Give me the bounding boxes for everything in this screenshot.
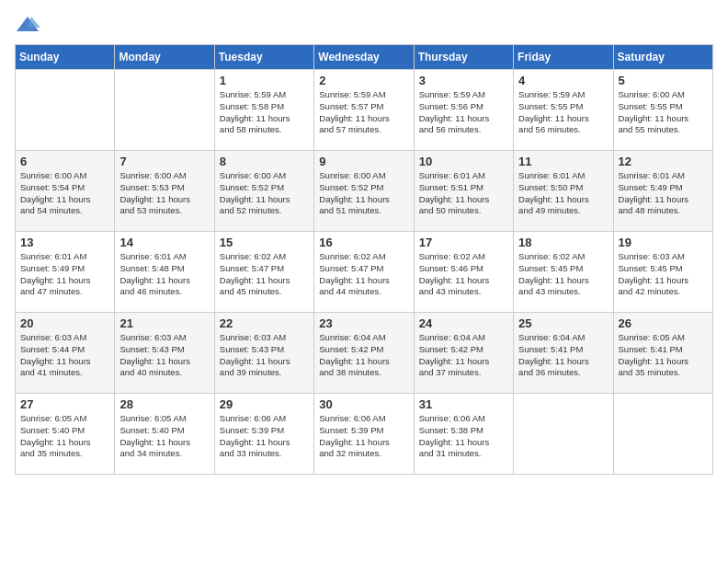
calendar-cell: 20Sunrise: 6:03 AMSunset: 5:44 PMDayligh… [16,313,115,394]
day-info: Sunrise: 6:04 AMSunset: 5:42 PMDaylight:… [419,332,508,379]
day-info: Sunrise: 6:01 AMSunset: 5:49 PMDaylight:… [20,251,109,298]
calendar-week-5: 27Sunrise: 6:05 AMSunset: 5:40 PMDayligh… [16,394,713,475]
day-number: 27 [20,397,109,411]
day-number: 20 [20,316,109,330]
calendar-cell: 5Sunrise: 6:00 AMSunset: 5:55 PMDaylight… [613,70,712,151]
day-number: 8 [220,155,309,168]
calendar-cell: 13Sunrise: 6:01 AMSunset: 5:49 PMDayligh… [16,232,115,313]
calendar-cell: 23Sunrise: 6:04 AMSunset: 5:42 PMDayligh… [314,313,414,394]
logo-icon [15,15,40,35]
day-info: Sunrise: 6:05 AMSunset: 5:40 PMDaylight:… [119,413,209,460]
day-number: 2 [319,74,408,87]
day-number: 22 [220,316,309,330]
day-info: Sunrise: 6:03 AMSunset: 5:43 PMDaylight:… [220,332,309,379]
calendar-cell: 11Sunrise: 6:01 AMSunset: 5:50 PMDayligh… [514,151,613,232]
day-number: 21 [119,316,209,330]
day-number: 29 [220,397,309,411]
day-number: 19 [619,236,708,249]
day-number: 12 [619,155,708,168]
day-info: Sunrise: 6:05 AMSunset: 5:40 PMDaylight:… [20,413,109,460]
day-info: Sunrise: 6:03 AMSunset: 5:45 PMDaylight:… [619,251,708,298]
day-number: 11 [518,155,608,168]
calendar-week-3: 13Sunrise: 6:01 AMSunset: 5:49 PMDayligh… [16,232,713,313]
day-number: 6 [20,155,109,168]
day-info: Sunrise: 5:59 AMSunset: 5:56 PMDaylight:… [419,89,508,136]
calendar-cell: 3Sunrise: 5:59 AMSunset: 5:56 PMDaylight… [414,70,513,151]
day-info: Sunrise: 6:00 AMSunset: 5:53 PMDaylight:… [119,170,209,217]
calendar-cell [514,394,613,475]
calendar-cell: 18Sunrise: 6:02 AMSunset: 5:45 PMDayligh… [514,232,613,313]
calendar-cell: 16Sunrise: 6:02 AMSunset: 5:47 PMDayligh… [314,232,414,313]
day-number: 4 [518,74,608,87]
svg-marker-1 [28,17,40,28]
calendar-cell: 22Sunrise: 6:03 AMSunset: 5:43 PMDayligh… [214,313,313,394]
day-header-thursday: Thursday [414,45,513,70]
calendar-cell: 10Sunrise: 6:01 AMSunset: 5:51 PMDayligh… [414,151,513,232]
calendar-table: SundayMondayTuesdayWednesdayThursdayFrid… [15,44,713,475]
day-info: Sunrise: 6:06 AMSunset: 5:39 PMDaylight:… [319,413,408,460]
day-info: Sunrise: 6:03 AMSunset: 5:44 PMDaylight:… [20,332,109,379]
day-number: 17 [419,236,508,249]
day-info: Sunrise: 5:59 AMSunset: 5:58 PMDaylight:… [220,89,309,136]
day-info: Sunrise: 6:04 AMSunset: 5:42 PMDaylight:… [319,332,408,379]
day-number: 28 [119,397,209,411]
calendar-cell: 1Sunrise: 5:59 AMSunset: 5:58 PMDaylight… [214,70,313,151]
day-number: 3 [419,74,508,87]
day-info: Sunrise: 5:59 AMSunset: 5:55 PMDaylight:… [518,89,608,136]
calendar-cell: 14Sunrise: 6:01 AMSunset: 5:48 PMDayligh… [115,232,214,313]
day-info: Sunrise: 6:01 AMSunset: 5:51 PMDaylight:… [419,170,508,217]
calendar-cell [115,70,214,151]
day-info: Sunrise: 6:00 AMSunset: 5:55 PMDaylight:… [619,89,708,136]
day-info: Sunrise: 6:03 AMSunset: 5:43 PMDaylight:… [119,332,209,379]
day-info: Sunrise: 6:02 AMSunset: 5:47 PMDaylight:… [220,251,309,298]
calendar-cell: 30Sunrise: 6:06 AMSunset: 5:39 PMDayligh… [314,394,414,475]
calendar-header: SundayMondayTuesdayWednesdayThursdayFrid… [16,45,713,70]
day-number: 10 [419,155,508,168]
day-header-sunday: Sunday [16,45,115,70]
day-info: Sunrise: 5:59 AMSunset: 5:57 PMDaylight:… [319,89,408,136]
calendar-cell: 17Sunrise: 6:02 AMSunset: 5:46 PMDayligh… [414,232,513,313]
calendar-cell [613,394,712,475]
calendar-week-2: 6Sunrise: 6:00 AMSunset: 5:54 PMDaylight… [16,151,713,232]
calendar-week-4: 20Sunrise: 6:03 AMSunset: 5:44 PMDayligh… [16,313,713,394]
day-header-monday: Monday [115,45,214,70]
day-number: 23 [319,316,408,330]
day-header-wednesday: Wednesday [314,45,414,70]
page-header [15,15,713,35]
calendar-cell: 15Sunrise: 6:02 AMSunset: 5:47 PMDayligh… [214,232,313,313]
day-header-tuesday: Tuesday [214,45,313,70]
calendar-week-1: 1Sunrise: 5:59 AMSunset: 5:58 PMDaylight… [16,70,713,151]
day-number: 15 [220,236,309,249]
calendar-cell: 7Sunrise: 6:00 AMSunset: 5:53 PMDaylight… [115,151,214,232]
calendar-cell: 31Sunrise: 6:06 AMSunset: 5:38 PMDayligh… [414,394,513,475]
day-info: Sunrise: 6:01 AMSunset: 5:49 PMDaylight:… [619,170,708,217]
day-info: Sunrise: 6:02 AMSunset: 5:46 PMDaylight:… [419,251,508,298]
logo [15,15,44,35]
calendar-cell: 26Sunrise: 6:05 AMSunset: 5:41 PMDayligh… [613,313,712,394]
day-number: 30 [319,397,408,411]
day-number: 31 [419,397,508,411]
day-info: Sunrise: 6:04 AMSunset: 5:41 PMDaylight:… [518,332,608,379]
day-number: 9 [319,155,408,168]
calendar-cell: 24Sunrise: 6:04 AMSunset: 5:42 PMDayligh… [414,313,513,394]
calendar-cell: 27Sunrise: 6:05 AMSunset: 5:40 PMDayligh… [16,394,115,475]
day-number: 7 [119,155,209,168]
calendar-cell: 28Sunrise: 6:05 AMSunset: 5:40 PMDayligh… [115,394,214,475]
calendar-cell: 29Sunrise: 6:06 AMSunset: 5:39 PMDayligh… [214,394,313,475]
day-number: 13 [20,236,109,249]
day-info: Sunrise: 6:00 AMSunset: 5:54 PMDaylight:… [20,170,109,217]
day-info: Sunrise: 6:05 AMSunset: 5:41 PMDaylight:… [619,332,708,379]
day-number: 16 [319,236,408,249]
day-info: Sunrise: 6:00 AMSunset: 5:52 PMDaylight:… [220,170,309,217]
calendar-cell: 19Sunrise: 6:03 AMSunset: 5:45 PMDayligh… [613,232,712,313]
day-header-saturday: Saturday [613,45,712,70]
calendar-cell: 8Sunrise: 6:00 AMSunset: 5:52 PMDaylight… [214,151,313,232]
day-info: Sunrise: 6:01 AMSunset: 5:48 PMDaylight:… [119,251,209,298]
calendar-cell: 25Sunrise: 6:04 AMSunset: 5:41 PMDayligh… [514,313,613,394]
day-number: 18 [518,236,608,249]
day-info: Sunrise: 6:02 AMSunset: 5:47 PMDaylight:… [319,251,408,298]
calendar-cell: 12Sunrise: 6:01 AMSunset: 5:49 PMDayligh… [613,151,712,232]
day-info: Sunrise: 6:00 AMSunset: 5:52 PMDaylight:… [319,170,408,217]
day-info: Sunrise: 6:02 AMSunset: 5:45 PMDaylight:… [518,251,608,298]
day-info: Sunrise: 6:01 AMSunset: 5:50 PMDaylight:… [518,170,608,217]
